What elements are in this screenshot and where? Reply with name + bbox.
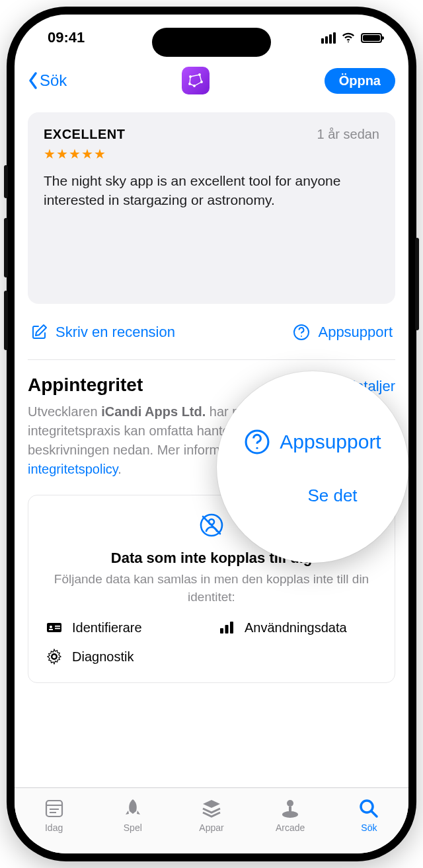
svg-point-0 [348, 42, 349, 43]
no-link-icon [198, 511, 225, 539]
device-frame: 09:41 Sök [7, 7, 416, 861]
privacy-prefix: Utvecklaren [28, 404, 101, 419]
star-rating-icon: ★★★★★ [44, 146, 379, 162]
cellular-signal-icon [321, 32, 336, 44]
question-circle-icon [244, 429, 270, 455]
data-item-identifiers: Identifierare [46, 619, 205, 636]
tab-search[interactable]: Sök [330, 788, 408, 842]
data-card-subtitle: Följande data kan samlas in men den kopp… [46, 571, 377, 606]
svg-rect-13 [49, 629, 53, 630]
identifiers-label: Identifierare [72, 620, 142, 635]
magnifier-detail-fragment: Se det [307, 486, 357, 506]
review-title: EXCELLENT [44, 127, 125, 142]
svg-point-27 [282, 811, 298, 818]
status-time: 09:41 [48, 29, 85, 46]
volume-up-button [4, 218, 8, 277]
write-review-label: Skriv en recension [56, 324, 175, 341]
review-date: 1 år sedan [317, 127, 379, 142]
bars-icon [218, 619, 235, 636]
tab-arcade[interactable]: Arcade [251, 788, 330, 842]
battery-icon [361, 33, 382, 43]
usage-label: Användningsdata [245, 620, 347, 635]
status-right [321, 30, 382, 45]
screen: 09:41 Sök [15, 15, 408, 853]
app-icon[interactable] [182, 67, 210, 94]
constellation-icon [186, 71, 205, 90]
svg-rect-11 [47, 623, 61, 632]
diagnostics-label: Diagnostik [72, 649, 134, 665]
layers-icon [200, 797, 223, 820]
app-support-label: Appsupport [318, 324, 393, 341]
back-label: Sök [40, 71, 67, 90]
tab-games-label: Spel [124, 822, 142, 833]
developer-name: iCandi Apps Ltd. [101, 404, 206, 419]
privacy-title: Appintegritet [28, 375, 143, 396]
dynamic-island [152, 28, 271, 57]
app-support-button[interactable]: Appsupport [293, 324, 393, 341]
svg-rect-17 [225, 625, 229, 633]
review-body: The night sky app is an excellent tool f… [44, 171, 379, 210]
svg-rect-18 [230, 622, 233, 633]
data-type-grid: Identifierare Användningsdata [46, 619, 377, 665]
data-item-diagnostics: Diagnostik [46, 648, 205, 665]
review-card[interactable]: EXCELLENT 1 år sedan ★★★★★ The night sky… [28, 112, 395, 304]
chevron-left-icon [28, 71, 38, 90]
magnifier-label: Appsupport [280, 431, 381, 453]
id-card-icon [46, 619, 63, 636]
tab-today-label: Idag [45, 822, 63, 833]
compose-icon [30, 324, 48, 341]
svg-point-20 [256, 447, 258, 449]
tab-today[interactable]: Idag [15, 788, 93, 842]
question-circle-icon [293, 324, 310, 341]
volume-down-button [4, 291, 8, 350]
svg-point-12 [50, 626, 52, 628]
svg-rect-16 [220, 628, 223, 633]
search-icon [358, 797, 380, 820]
tab-bar: Idag Spel Appar [15, 787, 408, 853]
back-button[interactable]: Sök [28, 71, 67, 90]
wifi-icon [341, 30, 356, 45]
content: EXCELLENT 1 år sedan ★★★★★ The night sky… [15, 100, 408, 683]
svg-line-29 [371, 811, 377, 816]
rocket-icon [122, 797, 144, 820]
tab-arcade-label: Arcade [276, 822, 305, 833]
magnifier-app-support: Appsupport [244, 429, 381, 455]
tab-apps-label: Appar [199, 822, 223, 833]
privacy-suffix: . [118, 462, 122, 476]
tab-apps[interactable]: Appar [172, 788, 250, 842]
power-button [415, 238, 419, 330]
svg-rect-14 [55, 626, 60, 627]
arcade-icon [279, 797, 301, 820]
svg-point-7 [301, 336, 302, 337]
nav-header: Sök Öppna [15, 61, 408, 100]
today-icon [43, 797, 65, 820]
svg-rect-15 [55, 628, 60, 630]
gear-icon [46, 648, 63, 665]
svg-rect-26 [289, 807, 291, 812]
open-button[interactable]: Öppna [325, 68, 395, 94]
write-review-button[interactable]: Skriv en recension [30, 324, 175, 341]
tab-games[interactable]: Spel [93, 788, 172, 842]
volume-button [4, 165, 8, 198]
tab-search-label: Sök [361, 822, 377, 833]
magnifier-callout: Appsupport Se det [217, 371, 408, 563]
action-row: Skriv en recension Appsupport [28, 304, 395, 360]
svg-point-25 [287, 800, 293, 807]
data-item-usage: Användningsdata [218, 619, 377, 636]
